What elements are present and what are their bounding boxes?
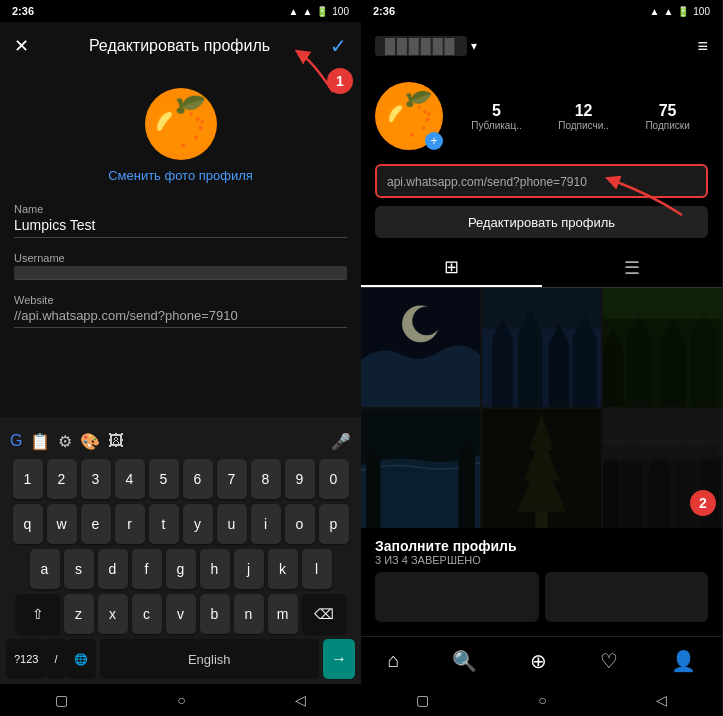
bio-section: api.whatsapp.com/send?phone=7910 Редакти… (361, 158, 722, 248)
photo-cell-2[interactable] (482, 288, 601, 407)
numbers-toggle-key[interactable]: ?123 (6, 639, 46, 679)
form-section: Name Lumpics Test Username Website //api… (0, 193, 361, 417)
name-label: Name (14, 203, 347, 215)
settings-icon[interactable]: ⚙ (58, 432, 72, 451)
name-input[interactable]: Lumpics Test (14, 217, 347, 238)
key-2[interactable]: 2 (47, 459, 77, 499)
nav-profile-icon[interactable]: 👤 (671, 649, 696, 673)
back-button-right[interactable]: ◁ (656, 692, 667, 708)
website-input[interactable]: //api.whatsapp.com/send?phone=7910 (14, 308, 347, 328)
key-7[interactable]: 7 (217, 459, 247, 499)
key-r[interactable]: r (115, 504, 145, 544)
key-e[interactable]: e (81, 504, 111, 544)
mic-icon[interactable]: 🎤 (331, 432, 351, 451)
annotation-badge-2: 2 (690, 490, 716, 516)
close-button[interactable]: ✕ (14, 35, 29, 57)
status-time-left: 2:36 (12, 5, 34, 17)
svg-rect-15 (570, 409, 601, 528)
recents-button[interactable]: ▢ (55, 692, 68, 708)
hamburger-menu-icon[interactable]: ≡ (697, 36, 708, 57)
key-y[interactable]: y (183, 504, 213, 544)
enter-key[interactable]: → (323, 639, 355, 679)
key-q[interactable]: q (13, 504, 43, 544)
photo-cell-5[interactable] (482, 409, 601, 528)
back-button[interactable]: ◁ (295, 692, 306, 708)
username-input[interactable] (14, 266, 347, 280)
nav-add-icon[interactable]: ⊕ (530, 649, 547, 673)
key-i[interactable]: i (251, 504, 281, 544)
key-m[interactable]: m (268, 594, 298, 634)
sticker-icon[interactable]: 🎨 (80, 432, 100, 451)
photo-cell-1[interactable] (361, 288, 480, 407)
photo-4-img (361, 409, 480, 528)
complete-card-1[interactable] (375, 572, 539, 622)
key-0[interactable]: 0 (319, 459, 349, 499)
profile-avatar-right[interactable]: 🍊 + (375, 82, 443, 150)
nav-home-icon[interactable]: ⌂ (387, 649, 399, 672)
nav-search-icon[interactable]: 🔍 (452, 649, 477, 673)
key-x[interactable]: x (98, 594, 128, 634)
add-story-button[interactable]: + (425, 132, 443, 150)
change-photo-button[interactable]: Сменить фото профиля (108, 168, 253, 183)
shift-key[interactable]: ⇧ (16, 594, 60, 634)
edit-profile-button[interactable]: Редактировать профиль (375, 206, 708, 238)
space-key[interactable]: English (100, 639, 319, 679)
key-1[interactable]: 1 (13, 459, 43, 499)
slash-key[interactable]: / (46, 639, 65, 679)
key-3[interactable]: 3 (81, 459, 111, 499)
key-w[interactable]: w (47, 504, 77, 544)
key-b[interactable]: b (200, 594, 230, 634)
key-j[interactable]: j (234, 549, 264, 589)
photo-grid (361, 288, 722, 528)
key-p[interactable]: p (319, 504, 349, 544)
recents-button-right[interactable]: ▢ (416, 692, 429, 708)
key-u[interactable]: u (217, 504, 247, 544)
key-6[interactable]: 6 (183, 459, 213, 499)
key-h[interactable]: h (200, 549, 230, 589)
image-icon[interactable]: 🖼 (108, 432, 124, 450)
key-c[interactable]: c (132, 594, 162, 634)
key-n[interactable]: n (234, 594, 264, 634)
battery-icon: 🔋 (316, 6, 328, 17)
key-o[interactable]: o (285, 504, 315, 544)
photo-cell-4[interactable] (361, 409, 480, 528)
page-title: Редактировать профиль (89, 37, 270, 55)
key-t[interactable]: t (149, 504, 179, 544)
nav-heart-icon[interactable]: ♡ (600, 649, 618, 673)
home-button-right[interactable]: ○ (538, 692, 546, 708)
key-f[interactable]: f (132, 549, 162, 589)
key-4[interactable]: 4 (115, 459, 145, 499)
photo-2-img (482, 288, 601, 407)
photo-cell-3[interactable] (603, 288, 722, 407)
wifi-icon-right: ▲ (663, 6, 673, 17)
key-9[interactable]: 9 (285, 459, 315, 499)
chevron-down-icon[interactable]: ▾ (471, 39, 477, 53)
globe-key[interactable]: 🌐 (66, 639, 96, 679)
bio-link-text[interactable]: api.whatsapp.com/send?phone=7910 (387, 175, 587, 189)
list-view-tab[interactable]: ☰ (542, 248, 723, 287)
complete-card-2[interactable] (545, 572, 709, 622)
key-s[interactable]: s (64, 549, 94, 589)
key-l[interactable]: l (302, 549, 332, 589)
clipboard-icon[interactable]: 📋 (30, 432, 50, 451)
google-icon[interactable]: G (10, 432, 22, 450)
key-g[interactable]: g (166, 549, 196, 589)
key-8[interactable]: 8 (251, 459, 281, 499)
key-k[interactable]: k (268, 549, 298, 589)
right-phone-panel: 2:36 ▲ ▲ 🔋 100 ██████ ▾ ≡ 🍊 + 5 Публикац… (361, 0, 722, 716)
grid-view-tab[interactable]: ⊞ (361, 248, 542, 287)
key-a[interactable]: a (30, 549, 60, 589)
key-5[interactable]: 5 (149, 459, 179, 499)
status-icons-right: ▲ ▲ 🔋 100 (650, 6, 711, 17)
key-z[interactable]: z (64, 594, 94, 634)
keyboard-row-zxcv: ⇧ z x c v b n m ⌫ (4, 594, 357, 634)
profile-avatar[interactable]: 🍊 (145, 88, 217, 160)
save-check-button[interactable]: ✓ (330, 34, 347, 58)
delete-key[interactable]: ⌫ (302, 594, 346, 634)
profile-photo-section: 🍊 Сменить фото профиля (0, 70, 361, 193)
key-v[interactable]: v (166, 594, 196, 634)
photo-1-img (361, 288, 480, 407)
following-count: 75 (659, 102, 677, 120)
home-button[interactable]: ○ (177, 692, 185, 708)
key-d[interactable]: d (98, 549, 128, 589)
